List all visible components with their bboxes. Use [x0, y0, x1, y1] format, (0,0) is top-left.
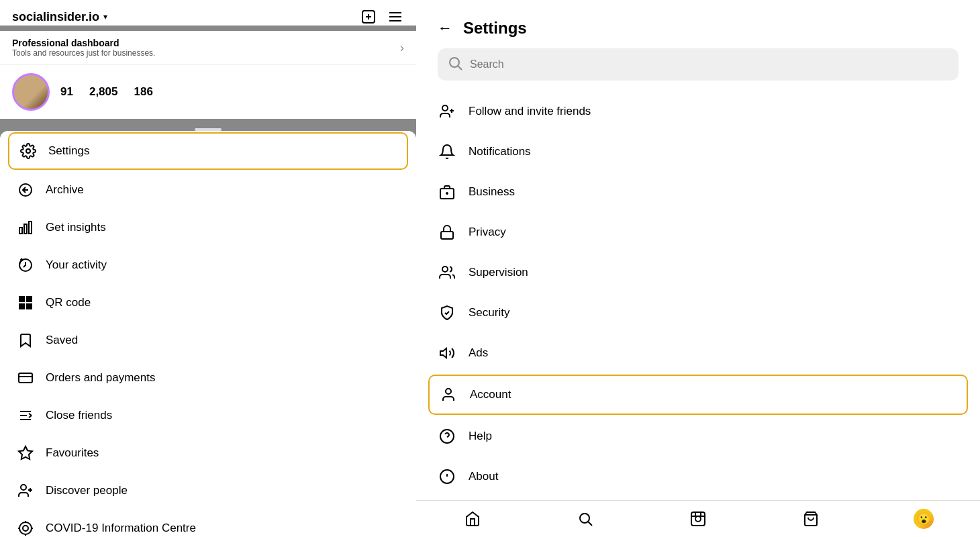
search-input[interactable]	[470, 58, 949, 70]
search-bar[interactable]	[438, 48, 959, 81]
about-icon	[438, 467, 456, 486]
profile-header: socialinsider.io ▾	[0, 0, 416, 26]
account-icon	[439, 385, 458, 404]
right-panel: ← Settings Follow and invite friends	[416, 0, 980, 537]
menu-item-insights-label: Get insights	[46, 221, 106, 234]
menu-item-qr-code[interactable]: QR code	[0, 284, 416, 322]
settings-item-help-label: Help	[469, 430, 492, 443]
stat-followers: 2,805	[89, 85, 118, 99]
menu-item-orders-payments[interactable]: Orders and payments	[0, 359, 416, 397]
menu-item-discover-label: Discover people	[46, 484, 128, 497]
menu-item-settings[interactable]: Settings	[8, 132, 408, 170]
settings-item-follow-invite[interactable]: Follow and invite friends	[416, 91, 980, 132]
svg-rect-22	[27, 307, 29, 309]
svg-rect-68	[691, 512, 705, 526]
settings-item-security[interactable]: Security	[416, 293, 980, 333]
settings-item-ads[interactable]: Ads	[416, 333, 980, 373]
svg-point-36	[23, 526, 28, 531]
menu-item-your-activity[interactable]: Your activity	[0, 246, 416, 284]
dashboard-title: Professional dashboard	[12, 38, 155, 48]
nav-profile-avatar[interactable]: 😮	[914, 509, 934, 529]
profile-username: socialinsider.io	[12, 10, 99, 24]
settings-item-business[interactable]: Business	[416, 172, 980, 212]
ads-icon	[438, 344, 456, 362]
insights-icon	[16, 218, 35, 237]
svg-point-32	[21, 485, 26, 490]
menu-item-qr-label: QR code	[46, 296, 91, 309]
professional-dashboard[interactable]: Professional dashboard Tools and resourc…	[0, 31, 416, 65]
phone-screen: socialinsider.io ▾	[0, 0, 416, 131]
add-post-icon[interactable]	[360, 8, 377, 26]
back-button[interactable]: ←	[438, 19, 452, 37]
nav-home-icon[interactable]	[462, 509, 483, 529]
menu-item-covid[interactable]: COVID-19 Information Centre	[0, 509, 416, 537]
menu-icon[interactable]	[387, 8, 404, 26]
svg-rect-23	[30, 304, 32, 306]
close-friends-icon	[16, 406, 35, 425]
menu-overlay: Settings Archive Get insig	[0, 131, 416, 537]
svg-rect-49	[441, 232, 453, 239]
menu-item-get-insights[interactable]: Get insights	[0, 209, 416, 246]
nav-search-icon[interactable]	[575, 509, 595, 529]
favourites-icon	[16, 444, 35, 462]
stats-row: 91 2,805 186	[60, 85, 153, 99]
orders-icon	[16, 369, 35, 387]
notifications-icon	[438, 142, 456, 161]
menu-item-favourites-label: Favourites	[46, 446, 99, 460]
menu-item-archive-label: Archive	[46, 183, 84, 197]
settings-item-account[interactable]: Account	[428, 375, 968, 415]
menu-item-covid-label: COVID-19 Information Centre	[46, 522, 196, 535]
svg-rect-24	[19, 373, 32, 383]
svg-point-50	[442, 266, 448, 272]
chevron-down-icon[interactable]: ▾	[103, 12, 107, 21]
settings-header: ← Settings	[416, 0, 980, 48]
nav-reels-icon[interactable]	[688, 509, 708, 529]
svg-line-67	[589, 522, 593, 526]
menu-item-close-friends[interactable]: Close friends	[0, 397, 416, 434]
svg-rect-10	[24, 224, 27, 234]
svg-marker-51	[440, 348, 446, 358]
svg-rect-16	[21, 298, 23, 300]
settings-item-business-label: Business	[469, 185, 515, 199]
settings-item-privacy[interactable]: Privacy	[416, 212, 980, 252]
dashboard-subtitle: Tools and resources just for businesses.	[12, 48, 155, 58]
svg-line-42	[458, 66, 462, 70]
settings-item-about[interactable]: About	[416, 456, 980, 497]
covid-icon	[16, 519, 35, 537]
archive-icon	[16, 181, 35, 199]
svg-rect-20	[27, 304, 29, 306]
qr-code-icon	[16, 293, 35, 312]
menu-item-settings-label: Settings	[48, 144, 89, 158]
svg-rect-9	[19, 228, 22, 234]
settings-item-security-label: Security	[469, 306, 509, 320]
settings-item-notifications[interactable]: Notifications	[416, 132, 980, 172]
svg-rect-17	[28, 298, 30, 300]
menu-item-favourites[interactable]: Favourites	[0, 434, 416, 472]
menu-item-archive[interactable]: Archive	[0, 171, 416, 209]
stat-posts: 91	[60, 85, 73, 99]
settings-item-supervision-label: Supervision	[469, 266, 528, 279]
settings-item-privacy-label: Privacy	[469, 226, 506, 239]
menu-item-orders-label: Orders and payments	[46, 371, 155, 385]
dashboard-text: Professional dashboard Tools and resourc…	[12, 38, 155, 58]
stat-following-value: 186	[134, 85, 152, 99]
svg-rect-21	[30, 307, 32, 309]
svg-rect-11	[29, 222, 32, 234]
menu-item-discover-people[interactable]: Discover people	[0, 472, 416, 509]
follow-invite-icon	[438, 102, 456, 121]
settings-list: Follow and invite friends Notifications	[416, 86, 980, 500]
bottom-nav: 😮	[416, 500, 980, 537]
settings-item-notifications-label: Notifications	[469, 145, 531, 158]
settings-item-supervision[interactable]: Supervision	[416, 252, 980, 293]
privacy-icon	[438, 223, 456, 242]
stat-followers-value: 2,805	[89, 85, 118, 99]
profile-stats-area: 91 2,805 186	[0, 65, 416, 119]
menu-item-saved[interactable]: Saved	[0, 322, 416, 359]
svg-point-66	[580, 514, 589, 523]
search-icon	[447, 55, 463, 74]
stat-posts-value: 91	[60, 85, 73, 99]
menu-item-activity-label: Your activity	[46, 258, 107, 272]
dashboard-chevron-icon: ›	[400, 41, 404, 55]
settings-item-help[interactable]: Help	[416, 416, 980, 456]
nav-shop-icon[interactable]	[801, 509, 821, 529]
